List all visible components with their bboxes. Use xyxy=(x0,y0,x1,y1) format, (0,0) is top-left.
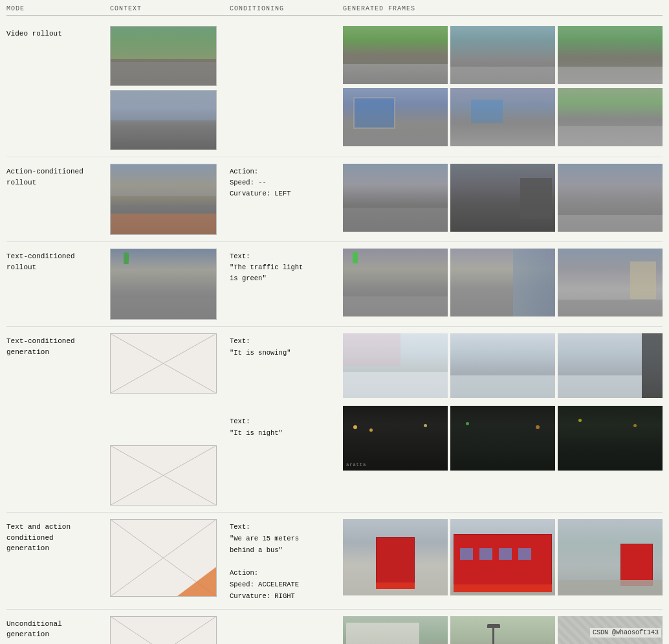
context-image-text-rollout xyxy=(110,249,217,320)
generated-row-text-rollout xyxy=(343,249,663,316)
mode-label-text-gen: Text-conditionedgeneration xyxy=(6,333,110,357)
gen-frame-bus-3 xyxy=(558,519,663,595)
gen-frame-unc-1 xyxy=(343,616,448,644)
conditioning-text-rollout: Text: "The traffic light is green" xyxy=(230,249,343,283)
context-placeholder-2 xyxy=(110,445,217,505)
gen-frame-night-1: aratta xyxy=(343,406,448,471)
mode-label-video-rollout: Video rollout xyxy=(6,26,110,39)
gen-frame-snow-1 xyxy=(343,333,448,398)
generated-text-rollout xyxy=(343,249,663,316)
gen-frame-night-2 xyxy=(450,406,555,471)
gen-frame-action-1 xyxy=(343,164,448,232)
header-context: CONTEXT xyxy=(110,5,230,12)
generated-video-rollout xyxy=(343,26,663,146)
gen-frame-action-3 xyxy=(558,164,663,232)
context-placeholder-unconditional xyxy=(110,616,217,644)
header-row: MODE CONTEXT CONDITIONING GENERATED FRAM… xyxy=(6,5,663,16)
row-unconditional: Unconditionalgeneration xyxy=(6,610,663,644)
header-generated: GENERATED FRAMES xyxy=(343,5,663,12)
context-placeholder-text-action xyxy=(110,519,217,597)
context-video-rollout xyxy=(110,26,230,150)
gen-frame-2-1 xyxy=(343,88,448,146)
gen-frame-tr-2 xyxy=(450,249,555,316)
context-image-action xyxy=(110,164,217,235)
gen-frame-tr-1 xyxy=(343,249,448,316)
gen-frame-1-1 xyxy=(343,26,448,84)
gen-frame-snow-3 xyxy=(558,333,663,398)
row-action-conditioned: Action-conditionedrollout Action: Speed:… xyxy=(6,157,663,242)
gen-frame-2-3 xyxy=(558,88,663,146)
gen-frame-bus-1 xyxy=(343,519,448,595)
mode-label-action: Action-conditionedrollout xyxy=(6,164,110,188)
row-video-rollout: Video rollout xyxy=(6,19,663,157)
svg-line-6 xyxy=(111,617,216,644)
row-text-conditioned-gen: Text-conditionedgeneration Text: "It is … xyxy=(6,327,663,513)
gen-frame-night-3 xyxy=(558,406,663,471)
row-text-conditioned-rollout: Text-conditionedrollout Text: "The traff… xyxy=(6,242,663,327)
gen-frame-2-2 xyxy=(450,88,555,146)
generated-text-gen: aratta xyxy=(343,333,663,471)
context-image-1 xyxy=(110,26,217,86)
conditioning-text-gen: Text: "It is snowing" Text: "It is night… xyxy=(230,333,343,439)
gen-frame-1-2 xyxy=(450,26,555,84)
generated-row-bus xyxy=(343,519,663,595)
generated-row-2 xyxy=(343,88,663,146)
generated-row-action xyxy=(343,164,663,232)
gen-frame-bus-2 xyxy=(450,519,555,595)
row-text-action-gen: Text and actionconditionedgeneration Tex… xyxy=(6,513,663,610)
watermark: CSDN @whaosoft143 xyxy=(590,628,661,638)
generated-row-1 xyxy=(343,26,663,84)
context-text-gen xyxy=(110,333,230,505)
context-text-action xyxy=(110,519,230,597)
context-text-rollout xyxy=(110,249,230,320)
context-unconditional xyxy=(110,616,230,644)
page: MODE CONTEXT CONDITIONING GENERATED FRAM… xyxy=(0,0,669,644)
context-action xyxy=(110,164,230,235)
svg-line-7 xyxy=(111,617,216,644)
generated-row-night: aratta xyxy=(343,406,663,471)
header-conditioning: CONDITIONING xyxy=(230,5,343,12)
mode-label-unconditional: Unconditionalgeneration xyxy=(6,616,110,640)
conditioning-text-action: Text: "We are 15 meters behind a bus" Ac… xyxy=(230,519,343,603)
conditioning-action: Action: Speed: -- Curvature: LEFT xyxy=(230,164,343,199)
generated-text-action xyxy=(343,519,663,595)
generated-action xyxy=(343,164,663,232)
context-image-2 xyxy=(110,90,217,150)
gen-frame-tr-3 xyxy=(558,249,663,316)
gen-frame-1-3 xyxy=(558,26,663,84)
mode-label-text-action: Text and actionconditionedgeneration xyxy=(6,519,110,554)
generated-row-snow xyxy=(343,333,663,398)
conditioning-unconditional xyxy=(230,616,343,619)
gen-frame-unc-2 xyxy=(450,616,555,644)
context-placeholder-1 xyxy=(110,333,217,394)
header-mode: MODE xyxy=(6,5,110,12)
gen-frame-snow-2 xyxy=(450,333,555,398)
conditioning-video-rollout xyxy=(230,26,343,28)
mode-label-text-rollout: Text-conditionedrollout xyxy=(6,249,110,272)
gen-frame-action-2 xyxy=(450,164,555,232)
